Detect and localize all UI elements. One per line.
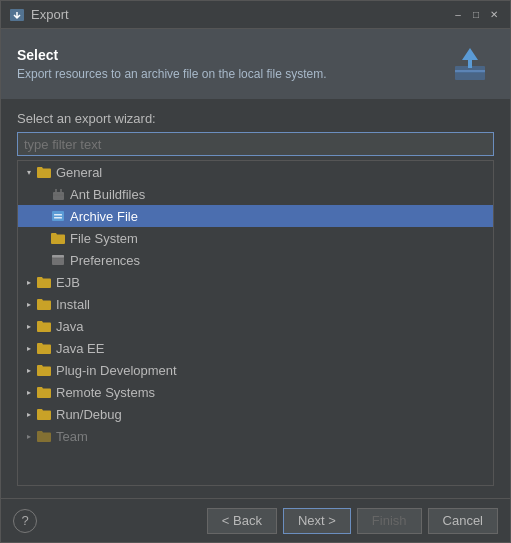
title-bar-controls: – □ ✕ <box>450 7 502 23</box>
export-dialog: Export – □ ✕ Select Export resources to … <box>0 0 511 543</box>
tree-item-ejb[interactable]: EJB <box>18 271 493 293</box>
tree-label-install: Install <box>56 297 90 312</box>
svg-rect-2 <box>455 70 485 72</box>
folder-icon-general <box>36 164 52 180</box>
svg-rect-9 <box>52 211 64 221</box>
arrow-java <box>22 319 36 333</box>
tree-item-preferences[interactable]: Preferences <box>18 249 493 271</box>
folder-icon-team <box>36 428 52 444</box>
svg-rect-11 <box>54 217 62 219</box>
minimize-button[interactable]: – <box>450 7 466 23</box>
arrow-install <box>22 297 36 311</box>
tree-item-general[interactable]: General <box>18 161 493 183</box>
tree-label-ejb: EJB <box>56 275 80 290</box>
wizard-label: Select an export wizard: <box>17 111 494 126</box>
folder-icon-java-ee <box>36 340 52 356</box>
arrow-team <box>22 429 36 443</box>
tree-item-file-system[interactable]: File System <box>18 227 493 249</box>
export-title-icon <box>9 7 25 23</box>
footer-buttons: < Back Next > Finish Cancel <box>207 508 498 534</box>
export-icon <box>450 44 490 84</box>
tree-item-ant-buildfiles[interactable]: Ant Buildfiles <box>18 183 493 205</box>
tree-label-preferences: Preferences <box>70 253 140 268</box>
dialog-content: Select an export wizard: General <box>1 99 510 498</box>
folder-icon-remote-systems <box>36 384 52 400</box>
tree-label-java-ee: Java EE <box>56 341 104 356</box>
tree-label-ant-buildfiles: Ant Buildfiles <box>70 187 145 202</box>
finish-button[interactable]: Finish <box>357 508 422 534</box>
tree-item-java[interactable]: Java <box>18 315 493 337</box>
tree-label-team: Team <box>56 429 88 444</box>
folder-icon-run-debug <box>36 406 52 422</box>
title-bar: Export – □ ✕ <box>1 1 510 29</box>
cancel-button[interactable]: Cancel <box>428 508 498 534</box>
svg-marker-3 <box>462 48 478 68</box>
folder-icon-install <box>36 296 52 312</box>
tree-item-remote-systems[interactable]: Remote Systems <box>18 381 493 403</box>
header-text-block: Select Export resources to an archive fi… <box>17 47 446 81</box>
icon-preferences <box>50 252 66 268</box>
dialog-footer: ? < Back Next > Finish Cancel <box>1 498 510 542</box>
svg-rect-5 <box>53 192 64 200</box>
svg-rect-4 <box>455 72 485 73</box>
folder-icon-java <box>36 318 52 334</box>
tree-label-archive-file: Archive File <box>70 209 138 224</box>
arrow-remote-systems <box>22 385 36 399</box>
wizard-tree[interactable]: General Ant Buildfiles <box>17 160 494 486</box>
help-button[interactable]: ? <box>13 509 37 533</box>
arrow-ejb <box>22 275 36 289</box>
svg-rect-10 <box>54 214 62 216</box>
filter-input[interactable] <box>17 132 494 156</box>
arrow-general <box>22 165 36 179</box>
tree-item-java-ee[interactable]: Java EE <box>18 337 493 359</box>
maximize-button[interactable]: □ <box>468 7 484 23</box>
tree-label-general: General <box>56 165 102 180</box>
back-button[interactable]: < Back <box>207 508 277 534</box>
icon-archive <box>50 208 66 224</box>
tree-label-java: Java <box>56 319 83 334</box>
header-subtitle: Export resources to an archive file on t… <box>17 67 446 81</box>
tree-item-team[interactable]: Team <box>18 425 493 447</box>
header-title: Select <box>17 47 446 63</box>
svg-rect-13 <box>52 255 64 258</box>
tree-item-archive-file[interactable]: Archive File <box>18 205 493 227</box>
icon-file-system <box>50 230 66 246</box>
folder-icon-ejb <box>36 274 52 290</box>
tree-item-run-debug[interactable]: Run/Debug <box>18 403 493 425</box>
next-button[interactable]: Next > <box>283 508 351 534</box>
tree-label-file-system: File System <box>70 231 138 246</box>
header-icon <box>446 40 494 88</box>
arrow-java-ee <box>22 341 36 355</box>
title-bar-label: Export <box>31 7 450 22</box>
tree-item-install[interactable]: Install <box>18 293 493 315</box>
tree-item-plugin-dev[interactable]: Plug-in Development <box>18 359 493 381</box>
arrow-plugin-dev <box>22 363 36 377</box>
tree-label-plugin-dev: Plug-in Development <box>56 363 177 378</box>
arrow-run-debug <box>22 407 36 421</box>
folder-icon-plugin-dev <box>36 362 52 378</box>
tree-label-remote-systems: Remote Systems <box>56 385 155 400</box>
close-button[interactable]: ✕ <box>486 7 502 23</box>
icon-ant <box>50 186 66 202</box>
dialog-header: Select Export resources to an archive fi… <box>1 29 510 99</box>
tree-label-run-debug: Run/Debug <box>56 407 122 422</box>
